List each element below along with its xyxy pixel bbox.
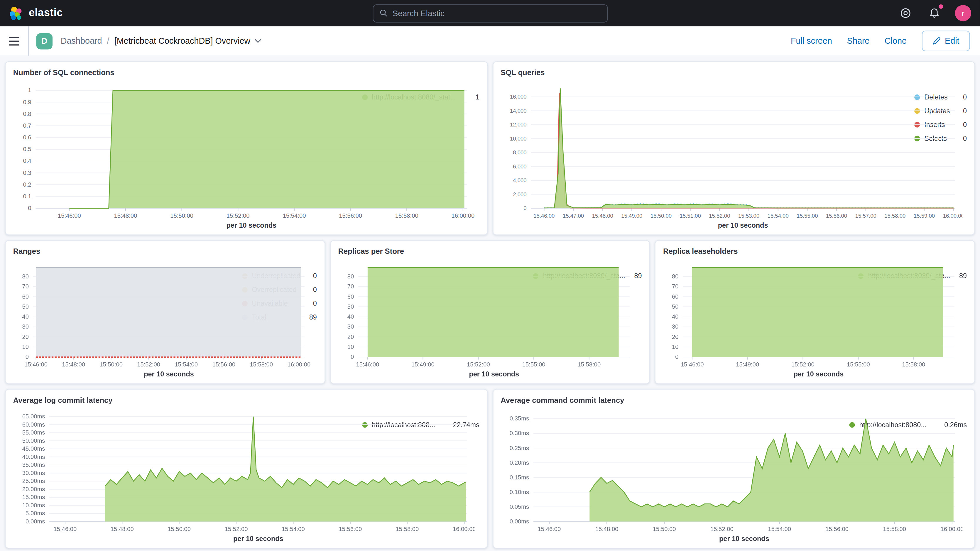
svg-text:12,000: 12,000 <box>510 121 527 127</box>
svg-text:10.00ms: 10.00ms <box>22 502 45 508</box>
svg-text:50: 50 <box>347 303 354 310</box>
svg-text:0.2: 0.2 <box>23 181 31 188</box>
help-icon[interactable] <box>897 5 914 21</box>
svg-text:15:46:00: 15:46:00 <box>681 361 704 368</box>
panel-title[interactable]: Replica leaseholders <box>663 246 967 257</box>
clone-button[interactable]: Clone <box>885 37 907 46</box>
svg-text:0.8: 0.8 <box>23 111 31 117</box>
panel-replicas-per-store: Replicas per Store 0102030405060708015:4… <box>330 240 650 384</box>
svg-text:15:53:00: 15:53:00 <box>738 213 759 219</box>
svg-text:0.3: 0.3 <box>23 170 31 176</box>
svg-text:0.4: 0.4 <box>23 158 31 164</box>
svg-text:70: 70 <box>672 283 679 290</box>
svg-text:15:49:00: 15:49:00 <box>621 213 642 219</box>
svg-text:40: 40 <box>672 313 679 320</box>
breadcrumb-separator: / <box>107 37 110 46</box>
svg-text:per 10 seconds: per 10 seconds <box>794 370 844 378</box>
log-commit-latency-chart[interactable]: 0.00ms5.00ms10.00ms15.00ms20.00ms25.00ms… <box>13 407 357 544</box>
svg-text:10: 10 <box>347 344 354 350</box>
pencil-icon <box>932 37 940 45</box>
sql-queries-chart[interactable]: 02,0004,0006,0008,00010,00012,00014,0001… <box>501 80 909 231</box>
svg-text:10: 10 <box>672 344 679 350</box>
svg-text:16,000: 16,000 <box>510 94 527 100</box>
ranges-chart[interactable]: 0102030405060708015:46:0015:48:0015:50:0… <box>13 258 237 379</box>
share-button[interactable]: Share <box>847 37 870 46</box>
notifications-bell-icon[interactable] <box>926 5 942 21</box>
sql-connections-chart[interactable]: 00.10.20.30.40.50.60.70.80.9115:46:0015:… <box>13 80 357 231</box>
svg-text:15:51:00: 15:51:00 <box>679 213 701 219</box>
svg-text:15:48:00: 15:48:00 <box>595 526 618 532</box>
svg-text:30: 30 <box>672 323 679 330</box>
svg-text:15:49:00: 15:49:00 <box>736 361 759 368</box>
panel-title[interactable]: SQL queries <box>501 67 967 78</box>
svg-text:0.7: 0.7 <box>23 123 31 129</box>
svg-text:15:54:00: 15:54:00 <box>767 213 788 219</box>
svg-text:15:55:00: 15:55:00 <box>847 361 870 368</box>
svg-text:0.1: 0.1 <box>23 193 31 199</box>
svg-text:15:52:00: 15:52:00 <box>792 361 815 368</box>
svg-text:15:59:00: 15:59:00 <box>913 213 934 219</box>
elastic-logo[interactable]: elastic <box>9 6 63 20</box>
user-avatar[interactable]: r <box>955 5 971 21</box>
svg-text:0.25ms: 0.25ms <box>509 445 529 451</box>
panel-title[interactable]: Replicas per Store <box>338 246 642 257</box>
command-commit-latency-chart[interactable]: 0.00ms0.05ms0.10ms0.15ms0.20ms0.25ms0.30… <box>501 407 844 544</box>
panel-sql-queries: SQL queries 02,0004,0006,0008,00010,0001… <box>492 61 975 235</box>
app-root: elastic <box>0 0 980 551</box>
hamburger-menu-icon[interactable] <box>0 26 29 56</box>
svg-text:20: 20 <box>672 334 679 340</box>
svg-text:15:58:00: 15:58:00 <box>578 361 601 368</box>
svg-text:15.00ms: 15.00ms <box>22 494 45 500</box>
svg-text:15:52:00: 15:52:00 <box>710 526 733 532</box>
svg-text:0: 0 <box>675 354 679 360</box>
svg-text:70: 70 <box>347 283 354 290</box>
search-input[interactable] <box>393 8 601 18</box>
top-header: elastic <box>0 0 980 26</box>
panel-log-commit-latency: Average log commit latency 0.00ms5.00ms1… <box>5 389 487 549</box>
svg-text:55.00ms: 55.00ms <box>22 429 45 436</box>
notification-dot <box>939 5 943 9</box>
top-icons: r <box>897 5 972 21</box>
panel-title[interactable]: Average command commit latency <box>501 395 967 406</box>
svg-text:60: 60 <box>22 293 29 300</box>
breadcrumb-dashboard-link[interactable]: Dashboard <box>61 37 102 46</box>
replica-leaseholders-chart[interactable]: 0102030405060708015:46:0015:49:0015:52:0… <box>663 258 853 379</box>
global-search[interactable] <box>372 4 608 22</box>
panel-title[interactable]: Ranges <box>13 246 317 257</box>
chevron-down-icon <box>255 39 261 43</box>
svg-text:15:47:00: 15:47:00 <box>563 213 584 219</box>
svg-text:per 10 seconds: per 10 seconds <box>233 535 283 543</box>
svg-text:16:00:00: 16:00:00 <box>287 361 310 368</box>
svg-text:15:50:00: 15:50:00 <box>170 212 193 219</box>
svg-text:0.00ms: 0.00ms <box>25 518 45 525</box>
svg-text:15:54:00: 15:54:00 <box>768 526 791 532</box>
svg-text:15:48:00: 15:48:00 <box>111 526 134 532</box>
svg-text:15:52:00: 15:52:00 <box>709 213 730 219</box>
svg-text:16:00:00: 16:00:00 <box>453 526 475 532</box>
svg-text:15:52:00: 15:52:00 <box>225 526 248 532</box>
svg-text:40: 40 <box>22 313 29 320</box>
panel-ranges: Ranges 0102030405060708015:46:0015:48:00… <box>5 240 325 384</box>
full-screen-button[interactable]: Full screen <box>791 37 832 46</box>
panel-title[interactable]: Average log commit latency <box>13 395 479 406</box>
space-avatar[interactable]: D <box>37 33 52 49</box>
svg-text:15:55:00: 15:55:00 <box>522 361 545 368</box>
edit-button[interactable]: Edit <box>922 30 970 51</box>
svg-text:per 10 seconds: per 10 seconds <box>144 370 194 378</box>
svg-text:60.00ms: 60.00ms <box>22 421 45 428</box>
replicas-per-store-chart[interactable]: 0102030405060708015:46:0015:49:0015:52:0… <box>338 258 528 379</box>
svg-text:15:46:00: 15:46:00 <box>53 526 76 532</box>
svg-text:0: 0 <box>350 354 353 360</box>
edit-button-label: Edit <box>945 37 959 46</box>
svg-text:15:58:00: 15:58:00 <box>883 526 906 532</box>
svg-text:0.6: 0.6 <box>23 134 31 140</box>
svg-text:30: 30 <box>347 323 354 330</box>
svg-text:14,000: 14,000 <box>510 108 527 114</box>
svg-text:60: 60 <box>672 293 679 300</box>
svg-text:30.00ms: 30.00ms <box>22 470 45 476</box>
svg-text:15:56:00: 15:56:00 <box>339 212 362 219</box>
panel-title[interactable]: Number of SQL connections <box>13 67 479 78</box>
svg-text:5.00ms: 5.00ms <box>25 510 45 516</box>
breadcrumb-current[interactable]: [Metricbeat CockroachDB] Overview <box>115 37 262 46</box>
svg-text:40.00ms: 40.00ms <box>22 454 45 460</box>
